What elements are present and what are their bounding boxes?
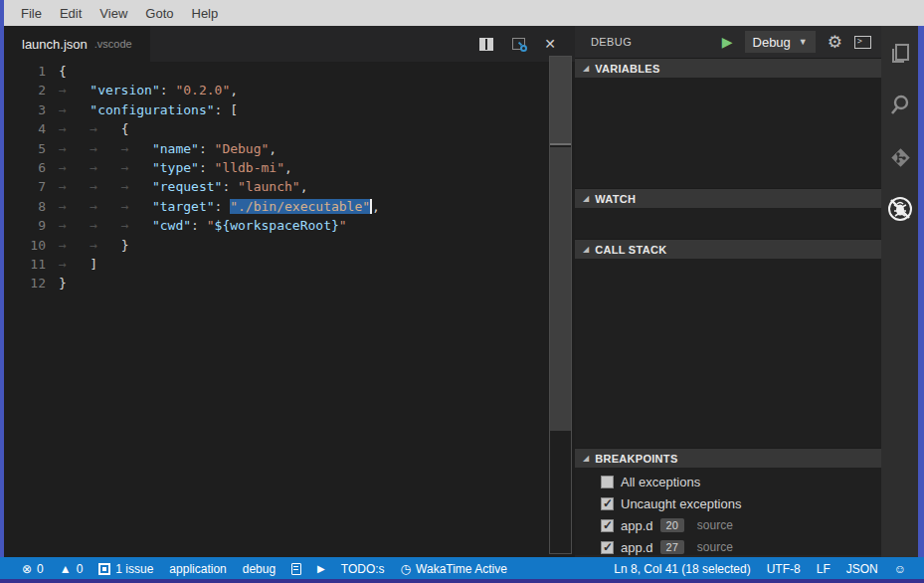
status-bar-right: Ln 8, Col 41 (18 selected)UTF-8LFJSON☺ — [606, 557, 914, 580]
status-item-debug[interactable]: debug — [235, 557, 283, 580]
menu-item-goto[interactable]: Goto — [136, 6, 182, 21]
status-item-label: 0 — [37, 562, 44, 576]
code-segment: "type" — [152, 160, 199, 175]
start-debug-icon[interactable]: ▶ — [722, 35, 733, 49]
code-line-content: → → } — [46, 236, 128, 255]
code-segment: { — [59, 64, 67, 79]
code-line: 8→ → → "target": "./bin/executable", — [4, 197, 547, 216]
tab-title: launch.json — [22, 37, 88, 52]
status-item-utf-8[interactable]: UTF-8 — [759, 557, 809, 580]
menu-item-view[interactable]: View — [91, 6, 136, 21]
warning-triangle-icon: ▲ — [60, 563, 72, 575]
debug-panel-title: DEBUG — [591, 36, 632, 48]
line-number: 2 — [4, 81, 46, 99]
open-preview-icon[interactable] — [509, 36, 527, 52]
breakpoint-row[interactable]: app.d27source — [575, 536, 881, 558]
breakpoint-detail: source — [697, 540, 733, 554]
breakpoint-checkbox[interactable] — [601, 519, 614, 532]
section-title: WATCH — [595, 193, 636, 205]
scrollbar-thumb[interactable] — [550, 57, 571, 145]
gear-icon[interactable]: ⚙ — [828, 34, 842, 51]
code-line-content: → → { — [46, 119, 128, 138]
debug-controls: ▶ Debug ▼ ⚙ > — [722, 31, 871, 53]
window-border-bottom — [0, 579, 924, 583]
status-item[interactable]: ☺ — [886, 557, 914, 580]
section-header-callstack[interactable]: ◢CALL STACK — [575, 239, 881, 259]
code-segment: , — [269, 141, 277, 156]
code-segment: , — [230, 83, 238, 97]
search-icon[interactable] — [886, 92, 914, 119]
breakpoint-row[interactable]: Uncaught exceptions — [575, 492, 881, 514]
code-line: 4→ → { — [4, 119, 547, 138]
breakpoint-checkbox[interactable] — [601, 476, 614, 488]
breakpoint-checkbox[interactable] — [601, 541, 614, 554]
code-line: 1{ — [4, 62, 547, 81]
code-editor[interactable]: 1{2→ "version": "0.2.0",3→ "configuratio… — [4, 62, 547, 293]
status-item-lf[interactable]: LF — [809, 557, 838, 580]
code-segment: "lldb-mi" — [215, 160, 284, 175]
breakpoint-label: All exceptions — [621, 475, 700, 489]
status-item-wakatime-active[interactable]: ◷WakaTime Active — [393, 557, 515, 580]
menu-item-edit[interactable]: Edit — [51, 6, 91, 21]
code-segment: → — [90, 238, 120, 253]
breakpoint-label: app.d — [621, 540, 653, 555]
section-title: CALL STACK — [595, 244, 666, 256]
debug-icon[interactable] — [886, 195, 914, 223]
tab-launch-json[interactable]: launch.json .vscode — [4, 26, 150, 62]
code-line: 11→ ] — [4, 255, 547, 274]
activity-bar — [881, 26, 918, 557]
debug-sidebar: DEBUG ▶ Debug ▼ ⚙ > ◢VARIABLES◢WATCH◢CAL… — [575, 26, 881, 557]
code-segment: } — [121, 238, 129, 253]
menu-item-help[interactable]: Help — [183, 6, 228, 21]
git-icon[interactable] — [886, 143, 914, 171]
editor-actions: ✕ — [477, 36, 575, 52]
code-line-content: → → → "cwd": "${workspaceRoot}" — [46, 216, 347, 235]
editor-scrollbar[interactable] — [549, 56, 572, 554]
status-item-label: UTF-8 — [767, 562, 801, 576]
section-body-breakpoints: All exceptionsUncaught exceptionsapp.d20… — [575, 468, 881, 555]
breakpoint-row[interactable]: app.d20source — [575, 514, 881, 536]
line-number: 11 — [4, 255, 46, 274]
line-number: 3 — [4, 100, 46, 119]
debug-config-dropdown[interactable]: Debug ▼ — [745, 31, 816, 53]
close-icon[interactable]: ✕ — [541, 36, 559, 52]
section-header-breakpoints[interactable]: ◢BREAKPOINTS — [575, 448, 881, 468]
status-item-label: 1 issue — [115, 562, 153, 576]
status-item-0[interactable]: ⊗0 — [14, 557, 52, 580]
code-segment: , — [300, 179, 308, 194]
code-segment: " — [339, 218, 347, 233]
code-line-content: → → → "request": "launch", — [46, 177, 308, 196]
section-header-variables[interactable]: ◢VARIABLES — [575, 58, 881, 78]
code-segment: "configurations" — [90, 102, 214, 117]
split-editor-icon[interactable] — [477, 36, 495, 52]
status-item-label: JSON — [846, 562, 878, 576]
status-bar-left: ⊗0▲01 issueapplicationdebug▶TODO:s◷WakaT… — [14, 557, 515, 580]
breakpoint-row[interactable]: All exceptions — [575, 471, 881, 492]
line-number: 10 — [4, 236, 46, 255]
status-item-1-issue[interactable]: 1 issue — [91, 557, 161, 580]
code-line: 3→ "configurations": [ — [4, 100, 547, 119]
breakpoint-checkbox[interactable] — [601, 497, 614, 510]
code-segment: : — [199, 160, 215, 175]
section-body-variables — [575, 78, 881, 188]
code-segment: "name" — [152, 141, 199, 156]
section-header-watch[interactable]: ◢WATCH — [575, 188, 881, 208]
editor-region: launch.json .vscode ✕ 1{2→ "version": "0… — [4, 26, 575, 557]
status-item-0[interactable]: ▲0 — [52, 557, 92, 580]
explorer-icon[interactable] — [886, 40, 914, 68]
code-line-content: → ] — [46, 255, 97, 274]
menu-item-file[interactable]: File — [12, 6, 51, 21]
debug-console-icon[interactable]: > — [854, 36, 871, 49]
status-item-ln-8-col-41-18-selected-[interactable]: Ln 8, Col 41 (18 selected) — [606, 557, 758, 580]
status-item[interactable] — [283, 557, 309, 580]
status-item-application[interactable]: application — [161, 557, 234, 580]
code-segment: } — [59, 276, 67, 291]
status-item-todo-s[interactable]: TODO:s — [333, 557, 393, 580]
status-item-json[interactable]: JSON — [838, 557, 886, 580]
window-border-left — [0, 0, 4, 583]
collapse-triangle-icon: ◢ — [583, 454, 589, 463]
code-segment: : [ — [215, 102, 238, 117]
code-segment: → — [121, 179, 152, 194]
collapse-triangle-icon: ◢ — [583, 245, 589, 254]
status-item[interactable]: ▶ — [309, 557, 333, 580]
